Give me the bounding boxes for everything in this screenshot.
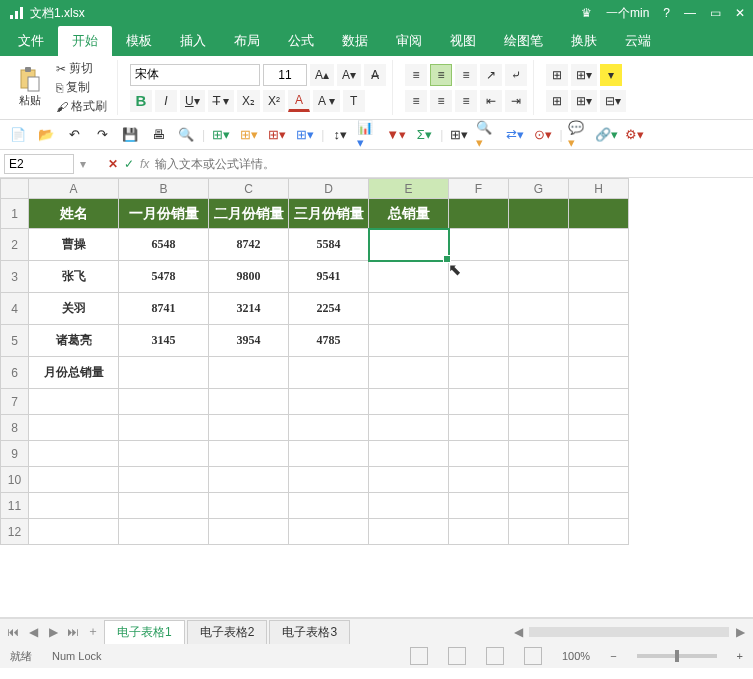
font-family-select[interactable] bbox=[130, 64, 260, 86]
font-color-button[interactable]: A bbox=[288, 90, 310, 112]
save-button[interactable]: 💾 bbox=[118, 123, 142, 147]
formula-accept-button[interactable]: ✓ bbox=[124, 157, 134, 171]
tab-审阅[interactable]: 审阅 bbox=[382, 26, 436, 56]
comment-button[interactable]: 💬▾ bbox=[567, 123, 591, 147]
function-button[interactable]: Σ▾ bbox=[412, 123, 436, 147]
formula-cancel-button[interactable]: ✕ bbox=[108, 157, 118, 171]
cell-E9[interactable] bbox=[369, 441, 449, 467]
freeze-button[interactable]: ⊞▾ bbox=[447, 123, 471, 147]
indent-inc-button[interactable]: ⇥ bbox=[505, 90, 527, 112]
cell-D6[interactable] bbox=[289, 357, 369, 389]
sheet-last-button[interactable]: ⏭ bbox=[64, 623, 82, 641]
sheet-tab-2[interactable]: 电子表格2 bbox=[187, 620, 268, 644]
tab-公式[interactable]: 公式 bbox=[274, 26, 328, 56]
namebox-dropdown-icon[interactable]: ▾ bbox=[80, 157, 86, 171]
highlight-button[interactable]: A ▾ bbox=[313, 90, 340, 112]
cell-G1[interactable] bbox=[509, 199, 569, 229]
goto-button[interactable]: ⊙▾ bbox=[531, 123, 555, 147]
cell-A2[interactable]: 曹操 bbox=[29, 229, 119, 261]
row-header-2[interactable]: 2 bbox=[1, 229, 29, 261]
cell-H6[interactable] bbox=[569, 357, 629, 389]
case-button[interactable]: T bbox=[343, 90, 365, 112]
close-button[interactable]: ✕ bbox=[735, 6, 745, 20]
col-header-F[interactable]: F bbox=[449, 179, 509, 199]
indent-dec-button[interactable]: ⇤ bbox=[480, 90, 502, 112]
row-header-5[interactable]: 5 bbox=[1, 325, 29, 357]
table-button[interactable]: ⊞▾ bbox=[209, 123, 233, 147]
row-header-3[interactable]: 3 bbox=[1, 261, 29, 293]
cell-A3[interactable]: 张飞 bbox=[29, 261, 119, 293]
tab-云端[interactable]: 云端 bbox=[611, 26, 665, 56]
conditional-format-button[interactable]: ⊞▾ bbox=[293, 123, 317, 147]
cell-E11[interactable] bbox=[369, 493, 449, 519]
sheet-tab-3[interactable]: 电子表格3 bbox=[269, 620, 350, 644]
cell-E8[interactable] bbox=[369, 415, 449, 441]
cell-E5[interactable] bbox=[369, 325, 449, 357]
cell-D10[interactable] bbox=[289, 467, 369, 493]
cell-B10[interactable] bbox=[119, 467, 209, 493]
zoom-out-button[interactable]: − bbox=[610, 650, 616, 662]
decrease-font-button[interactable]: A▾ bbox=[337, 64, 361, 86]
hscrollbar[interactable] bbox=[529, 627, 729, 637]
link-button[interactable]: 🔗▾ bbox=[595, 123, 619, 147]
cell-F8[interactable] bbox=[449, 415, 509, 441]
row-header-1[interactable]: 1 bbox=[1, 199, 29, 229]
cell-E4[interactable] bbox=[369, 293, 449, 325]
zoom-slider[interactable] bbox=[637, 654, 717, 658]
increase-font-button[interactable]: A▴ bbox=[310, 64, 334, 86]
sheet-tab-1[interactable]: 电子表格1 bbox=[104, 620, 185, 644]
cell-A1[interactable]: 姓名 bbox=[29, 199, 119, 229]
new-button[interactable]: 📄 bbox=[6, 123, 30, 147]
col-header-G[interactable]: G bbox=[509, 179, 569, 199]
cell-C10[interactable] bbox=[209, 467, 289, 493]
sheet-prev-button[interactable]: ◀ bbox=[24, 623, 42, 641]
cell-C6[interactable] bbox=[209, 357, 289, 389]
strikethrough-button[interactable]: T̶ ▾ bbox=[208, 90, 234, 112]
tab-模板[interactable]: 模板 bbox=[112, 26, 166, 56]
row-header-7[interactable]: 7 bbox=[1, 389, 29, 415]
align-bottom-button[interactable]: ≡ bbox=[455, 64, 477, 86]
cell-G3[interactable] bbox=[509, 261, 569, 293]
filter-button[interactable]: ▼▾ bbox=[384, 123, 408, 147]
preview-button[interactable]: 🔍 bbox=[174, 123, 198, 147]
cell-C4[interactable]: 3214 bbox=[209, 293, 289, 325]
view-layout-button[interactable] bbox=[448, 647, 466, 665]
cell-F12[interactable] bbox=[449, 519, 509, 545]
cell-H2[interactable] bbox=[569, 229, 629, 261]
underline-button[interactable]: U ▾ bbox=[180, 90, 205, 112]
cell-C3[interactable]: 9800 bbox=[209, 261, 289, 293]
cell-B5[interactable]: 3145 bbox=[119, 325, 209, 357]
cell-D7[interactable] bbox=[289, 389, 369, 415]
sheet-next-button[interactable]: ▶ bbox=[44, 623, 62, 641]
col-header-D[interactable]: D bbox=[289, 179, 369, 199]
cell-B4[interactable]: 8741 bbox=[119, 293, 209, 325]
cell-style-button[interactable]: ⊞▾ bbox=[237, 123, 261, 147]
hscroll-right[interactable]: ▶ bbox=[731, 623, 749, 641]
cell-F7[interactable] bbox=[449, 389, 509, 415]
cell-G9[interactable] bbox=[509, 441, 569, 467]
cell-D11[interactable] bbox=[289, 493, 369, 519]
cell-E10[interactable] bbox=[369, 467, 449, 493]
cell-D8[interactable] bbox=[289, 415, 369, 441]
cell-H12[interactable] bbox=[569, 519, 629, 545]
cell-H1[interactable] bbox=[569, 199, 629, 229]
cell-H5[interactable] bbox=[569, 325, 629, 357]
zoom-in-button[interactable]: + bbox=[737, 650, 743, 662]
cell-A9[interactable] bbox=[29, 441, 119, 467]
wrap-text-button[interactable]: ⤶ bbox=[505, 64, 527, 86]
settings-button[interactable]: ⚙▾ bbox=[623, 123, 647, 147]
number-format-button[interactable]: ⊞ bbox=[546, 90, 568, 112]
cell-E6[interactable] bbox=[369, 357, 449, 389]
row-header-6[interactable]: 6 bbox=[1, 357, 29, 389]
cell-G7[interactable] bbox=[509, 389, 569, 415]
format-painter-button[interactable]: 🖌格式刷 bbox=[56, 98, 107, 115]
cell-D1[interactable]: 三月份销量 bbox=[289, 199, 369, 229]
replace-button[interactable]: ⇄▾ bbox=[503, 123, 527, 147]
cell-A4[interactable]: 关羽 bbox=[29, 293, 119, 325]
cell-D3[interactable]: 9541 bbox=[289, 261, 369, 293]
cell-A8[interactable] bbox=[29, 415, 119, 441]
cell-G8[interactable] bbox=[509, 415, 569, 441]
cell-F9[interactable] bbox=[449, 441, 509, 467]
row-header-4[interactable]: 4 bbox=[1, 293, 29, 325]
col-header-B[interactable]: B bbox=[119, 179, 209, 199]
